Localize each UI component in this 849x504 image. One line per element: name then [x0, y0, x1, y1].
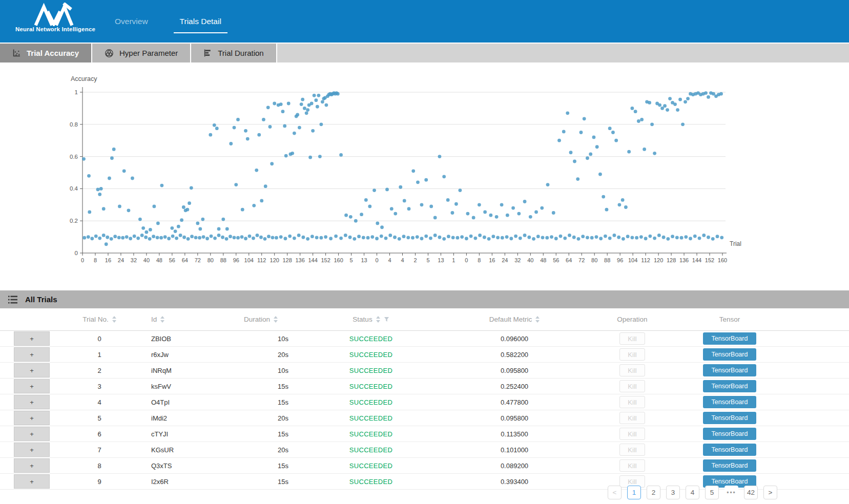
- scatter-point[interactable]: [496, 236, 500, 239]
- scatter-point[interactable]: [608, 127, 612, 130]
- scatter-point[interactable]: [177, 225, 180, 228]
- expand-row-button[interactable]: +: [14, 331, 50, 346]
- pagination-page-1[interactable]: 1: [627, 486, 641, 499]
- scatter-point[interactable]: [364, 198, 368, 202]
- scatter-point[interactable]: [491, 235, 495, 238]
- scatter-point[interactable]: [478, 234, 482, 237]
- scatter-point[interactable]: [198, 227, 202, 231]
- sort-carets-icon[interactable]: [535, 316, 540, 323]
- scatter-point[interactable]: [438, 236, 442, 239]
- scatter-point[interactable]: [354, 219, 358, 223]
- scatter-point[interactable]: [540, 206, 544, 210]
- scatter-point[interactable]: [702, 234, 706, 237]
- scatter-point[interactable]: [680, 236, 684, 240]
- scatter-point[interactable]: [576, 177, 579, 181]
- scatter-point[interactable]: [284, 154, 288, 158]
- scatter-point[interactable]: [416, 235, 419, 239]
- scatter-point[interactable]: [611, 131, 615, 134]
- tensorboard-button[interactable]: TensorBoard: [703, 412, 756, 424]
- scatter-point[interactable]: [98, 237, 101, 240]
- tensorboard-button[interactable]: TensorBoard: [703, 380, 756, 392]
- scatter-point[interactable]: [275, 236, 278, 240]
- scatter-point[interactable]: [202, 235, 205, 239]
- kill-button[interactable]: Kill: [619, 444, 645, 456]
- scatter-point[interactable]: [621, 198, 625, 202]
- scatter-point[interactable]: [90, 237, 94, 240]
- scatter-point[interactable]: [262, 118, 265, 121]
- kill-button[interactable]: Kill: [619, 380, 645, 392]
- scatter-point[interactable]: [572, 236, 576, 239]
- expand-row-button[interactable]: +: [14, 427, 50, 441]
- scatter-point[interactable]: [500, 203, 504, 206]
- scatter-point[interactable]: [546, 183, 550, 186]
- scatter-point[interactable]: [595, 145, 599, 149]
- scatter-point[interactable]: [447, 235, 450, 238]
- scatter-point[interactable]: [260, 199, 263, 203]
- scatter-point[interactable]: [201, 218, 204, 221]
- tab-trial-accuracy[interactable]: Trial Accuracy: [0, 44, 92, 62]
- scatter-point[interactable]: [529, 215, 532, 219]
- scatter-point[interactable]: [264, 184, 267, 188]
- scatter-point[interactable]: [563, 237, 567, 240]
- scatter-point[interactable]: [145, 230, 149, 234]
- scatter-point[interactable]: [637, 119, 640, 123]
- scatter-point[interactable]: [668, 97, 672, 100]
- scatter-point[interactable]: [416, 180, 420, 184]
- scatter-point[interactable]: [622, 237, 625, 241]
- scatter-point[interactable]: [324, 103, 328, 107]
- scatter-point[interactable]: [388, 234, 392, 237]
- scatter-point[interactable]: [704, 91, 708, 95]
- scatter-point[interactable]: [598, 173, 602, 176]
- scatter-point[interactable]: [205, 237, 209, 240]
- scatter-point[interactable]: [217, 234, 221, 237]
- scatter-point[interactable]: [313, 94, 316, 97]
- scatter-point[interactable]: [509, 237, 513, 240]
- scatter-point[interactable]: [353, 237, 356, 241]
- scatter-point[interactable]: [624, 205, 628, 209]
- scatter-point[interactable]: [297, 234, 301, 237]
- scatter-point[interactable]: [244, 237, 247, 240]
- scatter-point[interactable]: [671, 235, 674, 238]
- scatter-point[interactable]: [552, 211, 555, 215]
- scatter-point[interactable]: [536, 235, 540, 238]
- scatter-point[interactable]: [662, 236, 666, 239]
- sort-carets-icon[interactable]: [376, 316, 380, 323]
- scatter-point[interactable]: [586, 236, 589, 239]
- scatter-point[interactable]: [385, 188, 389, 192]
- scatter-point[interactable]: [686, 97, 690, 100]
- pagination-page-3[interactable]: 3: [666, 486, 680, 499]
- scatter-point[interactable]: [424, 235, 428, 238]
- scatter-point[interactable]: [233, 126, 236, 130]
- scatter-point[interactable]: [179, 234, 182, 237]
- scatter-point[interactable]: [451, 211, 454, 215]
- scatter-point[interactable]: [229, 235, 232, 238]
- scatter-point[interactable]: [590, 236, 594, 240]
- kill-button[interactable]: Kill: [619, 364, 645, 376]
- scatter-point[interactable]: [442, 175, 446, 178]
- kill-button[interactable]: Kill: [619, 332, 645, 345]
- scatter-point[interactable]: [608, 237, 612, 240]
- scatter-point[interactable]: [465, 237, 468, 240]
- scatter-point[interactable]: [523, 200, 527, 203]
- scatter-point[interactable]: [156, 236, 159, 239]
- scatter-point[interactable]: [336, 92, 340, 96]
- kill-button[interactable]: Kill: [619, 396, 645, 408]
- expand-row-button[interactable]: +: [14, 458, 50, 473]
- scatter-point[interactable]: [82, 157, 86, 161]
- pagination-page-42[interactable]: 42: [744, 486, 758, 499]
- scatter-point[interactable]: [259, 236, 263, 239]
- scatter-point[interactable]: [108, 177, 111, 180]
- scatter-point[interactable]: [319, 236, 323, 240]
- scatter-point[interactable]: [329, 237, 333, 240]
- scatter-point[interactable]: [420, 203, 424, 206]
- scatter-point[interactable]: [519, 237, 522, 240]
- scatter-point[interactable]: [302, 236, 305, 239]
- scatter-point[interactable]: [266, 106, 270, 109]
- scatter-point[interactable]: [362, 236, 365, 239]
- scatter-point[interactable]: [270, 162, 274, 165]
- scatter-point[interactable]: [456, 236, 460, 240]
- scatter-point[interactable]: [613, 234, 616, 237]
- scatter-point[interactable]: [459, 188, 462, 192]
- scatter-point[interactable]: [198, 236, 201, 240]
- scatter-point[interactable]: [429, 205, 433, 208]
